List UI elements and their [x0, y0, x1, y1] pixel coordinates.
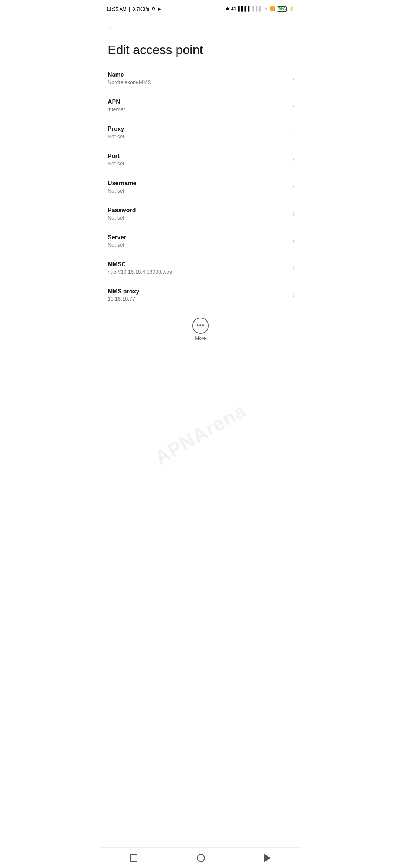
recent-apps-button[interactable]	[123, 851, 145, 865]
settings-item-label-port: Port	[108, 153, 290, 160]
chevron-icon-name: ›	[293, 75, 295, 82]
status-right: ✱ 4G ▌▌▌▌ ▌▌▌ ✕ 📶 38% ⚡	[226, 6, 295, 12]
settings-icon: ⚙	[151, 6, 156, 11]
status-bar: 11:35 AM | 0.7KB/s ⚙ ▶ ✱ 4G ▌▌▌▌ ▌▌▌ ✕ 📶…	[100, 0, 301, 16]
settings-item-label-username: Username	[108, 180, 290, 187]
settings-item-label-apn: APN	[108, 99, 290, 105]
settings-list: Name Nordtelekom-MMS › APN internet › Pr…	[100, 65, 301, 309]
settings-item-label-server: Server	[108, 234, 290, 241]
settings-item-value-mms-proxy: 10.16.18.77	[108, 296, 290, 302]
settings-item-content-server: Server Not set	[108, 234, 290, 248]
signal-icon: ▌▌▌▌	[238, 6, 251, 11]
back-nav-button[interactable]	[257, 851, 278, 865]
chevron-icon-mms-proxy: ›	[293, 291, 295, 299]
settings-item-value-port: Not set	[108, 161, 290, 167]
settings-item-username[interactable]: Username Not set ›	[100, 173, 301, 200]
settings-item-mmsc[interactable]: MMSC http://10.16.18.4:38090/was ›	[100, 254, 301, 282]
settings-item-content-name: Name Nordtelekom-MMS	[108, 72, 290, 85]
settings-item-server[interactable]: Server Not set ›	[100, 227, 301, 254]
settings-item-name[interactable]: Name Nordtelekom-MMS ›	[100, 65, 301, 92]
camera-icon: ▶	[158, 6, 161, 11]
settings-item-content-proxy: Proxy Not set	[108, 126, 290, 139]
bluetooth-icon: ✱	[226, 6, 229, 11]
network-4g-icon: 4G	[231, 7, 236, 11]
settings-item-content-mms-proxy: MMS proxy 10.16.18.77	[108, 288, 290, 302]
settings-item-value-server: Not set	[108, 242, 290, 248]
separator: |	[129, 6, 130, 12]
charging-icon: ⚡	[288, 6, 295, 12]
chevron-icon-server: ›	[293, 237, 295, 245]
chevron-icon-apn: ›	[293, 102, 295, 109]
more-label: More	[195, 335, 206, 341]
settings-item-port[interactable]: Port Not set ›	[100, 146, 301, 173]
speed: 0.7KB/s	[132, 6, 149, 12]
settings-item-value-proxy: Not set	[108, 134, 290, 139]
watermark: APNArena	[151, 399, 250, 469]
time: 11:35 AM	[106, 6, 127, 12]
settings-item-value-name: Nordtelekom-MMS	[108, 79, 290, 85]
recent-apps-icon	[130, 854, 137, 862]
settings-item-value-mmsc: http://10.16.18.4:38090/was	[108, 269, 290, 275]
status-left: 11:35 AM | 0.7KB/s ⚙ ▶	[106, 6, 161, 12]
settings-item-label-password: Password	[108, 207, 290, 214]
settings-item-content-password: Password Not set	[108, 207, 290, 221]
settings-item-mms-proxy[interactable]: MMS proxy 10.16.18.77 ›	[100, 282, 301, 309]
chevron-icon-password: ›	[293, 210, 295, 218]
more-button[interactable]: ••• More	[185, 315, 216, 344]
settings-item-apn[interactable]: APN internet ›	[100, 92, 301, 119]
data-off-icon: ✕	[264, 6, 268, 11]
settings-item-label-proxy: Proxy	[108, 126, 290, 132]
more-circle-icon: •••	[192, 318, 209, 334]
chevron-icon-mmsc: ›	[293, 264, 295, 272]
settings-item-label-name: Name	[108, 72, 290, 78]
settings-item-value-apn: internet	[108, 106, 290, 112]
navigation-bar	[100, 847, 301, 868]
settings-item-content-mmsc: MMSC http://10.16.18.4:38090/was	[108, 261, 290, 275]
chevron-icon-username: ›	[293, 183, 295, 191]
back-nav-icon	[264, 854, 271, 862]
back-icon: ←	[108, 23, 116, 33]
settings-item-content-port: Port Not set	[108, 153, 290, 167]
more-section: ••• More	[100, 309, 301, 351]
wifi-icon: 📶	[270, 6, 275, 11]
page-title: Edit access point	[108, 42, 295, 57]
back-button[interactable]: ←	[106, 20, 117, 36]
settings-item-password[interactable]: Password Not set ›	[100, 200, 301, 227]
home-icon	[197, 854, 205, 862]
chevron-icon-proxy: ›	[293, 129, 295, 137]
settings-item-content-username: Username Not set	[108, 180, 290, 194]
settings-item-label-mms-proxy: MMS proxy	[108, 288, 290, 295]
settings-item-label-mmsc: MMSC	[108, 261, 290, 268]
chevron-icon-port: ›	[293, 156, 295, 164]
battery-indicator: 38%	[277, 6, 287, 12]
settings-item-proxy[interactable]: Proxy Not set ›	[100, 119, 301, 146]
settings-item-value-username: Not set	[108, 188, 290, 194]
signal2-icon: ▌▌▌	[252, 6, 262, 11]
home-button[interactable]	[189, 851, 212, 865]
settings-item-content-apn: APN internet	[108, 99, 290, 112]
settings-item-value-password: Not set	[108, 215, 290, 221]
header: ← Edit access point	[100, 16, 301, 57]
